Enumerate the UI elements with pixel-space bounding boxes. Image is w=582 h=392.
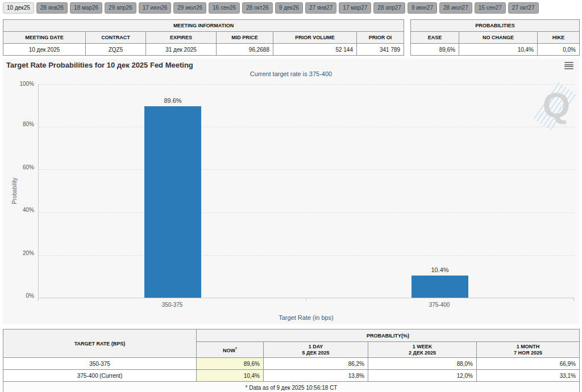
tab-meeting-3[interactable]: 29 апр26 [105, 2, 136, 14]
gridline-40 [39, 212, 574, 213]
ytick-40: 40% [3, 207, 34, 213]
tab-meeting-14[interactable]: 15 сен27 [475, 2, 506, 14]
prior-oi-value: 341 789 [357, 44, 404, 56]
gridline-60 [39, 169, 574, 170]
bar-value-label: 89.6% [139, 97, 207, 104]
chart-context-menu-icon[interactable] [564, 62, 573, 69]
data-as-of-footnote: * Data as of 9 дек 2025 10:56:18 CT [3, 382, 580, 392]
xtick-label-375-400: 375-400 [411, 302, 468, 308]
table-row: 89,6% 10,4% 0,0% [411, 44, 580, 56]
now-label: NOW [223, 348, 235, 353]
day-cell: 13,8% [264, 370, 368, 382]
x-axis-tick [306, 298, 306, 301]
now-cell: 10,4% [197, 370, 264, 382]
probability-history-table: TARGET RATE (BPS) PROBABILITY(%) NOW* 1 … [3, 329, 580, 392]
col-1-month: 1 MONTH7 НОЯ 2025 [477, 342, 580, 358]
week-cell: 88,0% [368, 358, 477, 370]
week-cell: 12,0% [368, 370, 477, 382]
tab-meeting-15[interactable]: 27 окт27 [508, 2, 539, 14]
tab-meeting-5[interactable]: 29 июл26 [173, 2, 206, 14]
col-now: NOW* [197, 342, 264, 358]
target-rate-chart: Target Rate Probabilities for 10 дек 202… [3, 59, 579, 324]
col-1-day: 1 DAY5 ДЕК 2025 [264, 342, 368, 358]
day-label: 1 DAY [267, 344, 364, 350]
tab-meeting-9[interactable]: 27 янв27 [305, 2, 336, 14]
now-asterisk: * [235, 346, 237, 351]
fedwatch-tool-page: 10 дек25 28 янв26 18 мар26 29 апр26 17 и… [0, 0, 582, 392]
table-row: 10 дек 2025 ZQZ5 31 дек 2025 96,2688 52 … [3, 44, 404, 56]
month-label: 1 MONTH [480, 344, 576, 350]
probabilities-title: PROBABILITIES [411, 20, 580, 32]
chart-subtitle: Current target rate is 375-400 [3, 70, 579, 77]
hike-value: 0,0% [538, 44, 580, 56]
ytick-60: 60% [3, 164, 34, 170]
col-prior-oi: PRIOR OI [357, 32, 404, 44]
now-cell: 89,6% [197, 358, 264, 370]
tab-meeting-1[interactable]: 28 янв26 [36, 2, 68, 14]
meeting-date-value: 10 дек 2025 [3, 44, 86, 56]
tab-meeting-7[interactable]: 28 окт26 [242, 2, 273, 14]
ytick-100: 100% [3, 81, 34, 87]
col-meeting-date: MEETING DATE [3, 32, 86, 44]
probabilities-table: PROBABILITIES EASE NO CHANGE HIKE 89,6% … [410, 19, 580, 56]
mid-price-value: 96,2688 [217, 44, 273, 56]
col-mid-price: MID PRICE [217, 32, 273, 44]
week-date: 2 ДЕК 2025 [372, 350, 473, 356]
ytick-0: 0% [3, 293, 34, 299]
table-row: 375-400 (Current) 10,4% 13,8% 12,0% 33,1… [3, 370, 580, 382]
contract-value: ZQZ5 [86, 44, 146, 56]
gridline-80 [39, 127, 574, 127]
rate-cell: 375-400 (Current) [3, 370, 197, 382]
tab-meeting-13[interactable]: 28 июл27 [439, 2, 472, 14]
col-target-rate: TARGET RATE (BPS) [3, 330, 197, 358]
col-prior-volume: PRIOR VOLUME [273, 32, 357, 44]
x-axis-title: Target Rate (in bps) [38, 314, 574, 321]
xtick-label-350-375: 350-375 [144, 302, 201, 308]
ytick-80: 80% [3, 121, 34, 127]
meeting-information-table: MEETING INFORMATION MEETING DATE CONTRAC… [3, 19, 404, 56]
group-header-probability: PROBABILITY(%) [197, 330, 580, 342]
tab-meeting-10[interactable]: 17 мар27 [339, 2, 371, 14]
tab-meeting-6[interactable]: 16 сен26 [209, 2, 240, 14]
month-cell: 66,9% [477, 358, 580, 370]
probability-bar[interactable]: 89.6% [144, 106, 201, 298]
tab-meeting-4[interactable]: 17 июн26 [139, 2, 172, 14]
col-expires: EXPIRES [146, 32, 217, 44]
ytick-20: 20% [3, 250, 34, 256]
y-axis-title: Probability [11, 178, 18, 205]
expires-value: 31 дек 2025 [146, 44, 217, 56]
col-no-change: NO CHANGE [459, 32, 538, 44]
col-1-week: 1 WEEK2 ДЕК 2025 [368, 342, 477, 358]
col-ease: EASE [411, 32, 459, 44]
gridline-20 [39, 255, 574, 256]
col-contract: CONTRACT [86, 32, 146, 44]
week-label: 1 WEEK [372, 344, 473, 350]
tab-meeting-8[interactable]: 9 дек26 [275, 2, 303, 14]
prior-volume-value: 52 144 [273, 44, 357, 56]
bar-value-label: 10.4% [406, 266, 474, 273]
month-date: 7 НОЯ 2025 [480, 350, 576, 356]
ease-value: 89,6% [411, 44, 459, 56]
day-date: 5 ДЕК 2025 [267, 350, 364, 356]
chart-title: Target Rate Probabilities for 10 дек 202… [6, 61, 193, 69]
meeting-info-title: MEETING INFORMATION [3, 20, 404, 32]
gridline-100 [39, 84, 574, 85]
tab-meeting-0[interactable]: 10 дек25 [3, 2, 34, 14]
probability-bar[interactable]: 10.4% [411, 276, 468, 298]
tab-meeting-11[interactable]: 28 апр27 [373, 2, 405, 14]
tab-meeting-2[interactable]: 18 мар26 [70, 2, 102, 14]
rate-cell: 350-375 [3, 358, 197, 370]
no-change-value: 10,4% [459, 44, 538, 56]
month-cell: 33,1% [477, 370, 580, 382]
meeting-tabs: 10 дек25 28 янв26 18 мар26 29 апр26 17 и… [3, 2, 539, 14]
tab-meeting-12[interactable]: 9 июн27 [408, 2, 437, 14]
x-axis-tick [38, 298, 39, 301]
x-axis-tick [573, 298, 574, 301]
day-cell: 86,2% [264, 358, 368, 370]
table-row: 350-375 89,6% 86,2% 88,0% 66,9% [3, 358, 580, 370]
col-hike: HIKE [538, 32, 580, 44]
plot-area: 89.6% 10.4% [38, 84, 574, 298]
